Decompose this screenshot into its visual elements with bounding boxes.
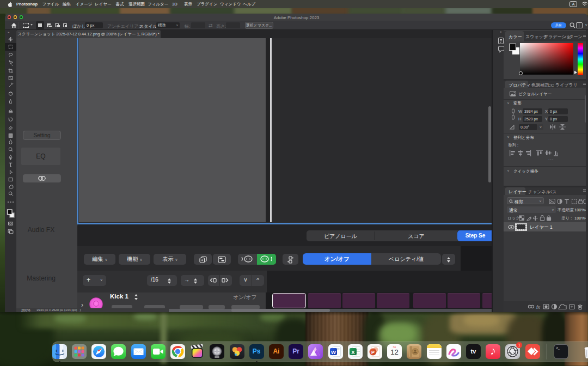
svg-text:P: P [371, 349, 375, 355]
svg-text:X: X [351, 349, 355, 355]
svg-text:fx: fx [536, 304, 541, 310]
svg-text:W: W [331, 349, 336, 355]
